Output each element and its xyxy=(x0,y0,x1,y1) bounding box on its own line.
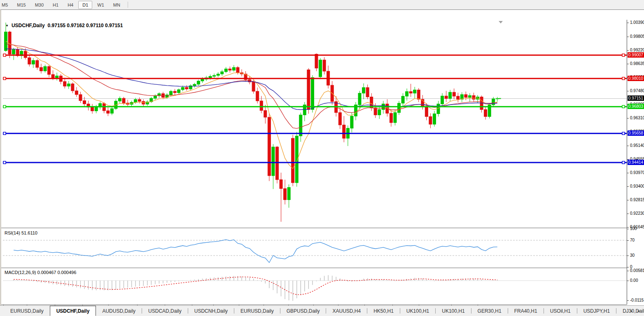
price-tick-label: 0.99220 xyxy=(630,48,644,52)
rsi-pane-canvas[interactable] xyxy=(3,229,627,267)
chart-window: ▼ USDCHF,Daily 0.97155 0.97162 0.97110 0… xyxy=(0,9,644,305)
hline-price-label: 0.94414 xyxy=(628,160,644,165)
price-tick-label: 0.96310 xyxy=(630,116,644,120)
axis-tick xyxy=(627,214,629,214)
toolbar-separator xyxy=(128,2,128,8)
axis-tick xyxy=(627,200,629,200)
price-tick-label: 0.92230 xyxy=(630,211,644,216)
macd-label: MACD(12,26,9) 0.000467 0.000496 xyxy=(5,270,76,275)
axis-tick xyxy=(627,91,629,91)
tab-uk100-h1[interactable]: UK100,H1 xyxy=(436,306,471,316)
rsi-line xyxy=(14,239,497,263)
tab-hk50-h1[interactable]: HK50,H1 xyxy=(367,306,400,316)
macd-signal-line xyxy=(14,277,497,295)
current-price-label: 0.97151 xyxy=(628,95,644,101)
price-tick-label: 0.92815 xyxy=(630,198,644,202)
axis-tick xyxy=(627,118,629,118)
timeframe-button-m30[interactable]: M30 xyxy=(31,1,48,9)
timeframe-button-d1[interactable]: D1 xyxy=(78,1,92,9)
price-tick-label: 0.93400 xyxy=(630,184,644,188)
axis-tick xyxy=(627,256,629,256)
macd-tick-label: -0.011514 xyxy=(630,298,644,302)
timeframe-button-mn[interactable]: MN xyxy=(109,1,124,9)
macd-tick-label: 0.00 xyxy=(630,278,638,283)
price-tick-label: 0.93970 xyxy=(630,170,644,175)
tab-eurusd-daily[interactable]: EURUSD,Daily xyxy=(234,306,280,316)
chart-tabs: EURUSD,DailyUSDCHF,DailyAUDUSD,DailyUSDC… xyxy=(4,306,644,316)
axis-tick xyxy=(627,300,629,301)
timeframe-button-m15[interactable]: M15 xyxy=(13,1,30,9)
timeframe-toolbar: M5M15M30H1H4D1W1MN xyxy=(0,0,644,9)
chart-tab-bar: EURUSD,DailyUSDCHF,DailyAUDUSD,DailyUSDC… xyxy=(0,305,644,316)
tab-usdchf-daily[interactable]: USDCHF,Daily xyxy=(50,306,96,316)
tab-gbpusd-daily[interactable]: GBPUSD,Daily xyxy=(280,306,326,316)
axis-tick xyxy=(627,50,629,51)
price-tick-label: 1.00390 xyxy=(630,20,644,25)
price-tick-label: 0.97480 xyxy=(630,88,644,93)
axis-tick xyxy=(627,64,629,64)
collapse-chart-icon[interactable]: ▼ xyxy=(5,24,9,28)
macd-tick-label: 0.005818 xyxy=(630,268,644,273)
axis-tick xyxy=(627,240,629,241)
rsi-tick-label: 30 xyxy=(630,253,635,258)
tab-usdcnh-daily[interactable]: USDCNH,Daily xyxy=(188,306,234,316)
ohlc-values: 0.97155 0.97162 0.97110 0.97151 xyxy=(48,23,123,28)
axis-tick xyxy=(627,23,629,23)
hline-price-label: 0.95658 xyxy=(628,130,644,136)
axis-tick xyxy=(627,267,629,267)
axis-tick xyxy=(627,281,629,281)
price-axis[interactable]: 1.003900.998050.992200.986350.980500.974… xyxy=(627,20,644,304)
tab-ger30-h1[interactable]: GER30,H1 xyxy=(471,306,508,316)
tab-audusd-daily[interactable]: AUDUSD,Daily xyxy=(96,306,142,316)
axis-tick xyxy=(627,37,629,37)
tab-fra40-h1[interactable]: FRA40,H1 xyxy=(508,306,544,316)
tab-usoil-h1[interactable]: USOil,H1 xyxy=(544,306,577,316)
timeframe-buttons: M5M15M30H1H4D1W1MN xyxy=(0,1,131,9)
price-tick-label: 0.99805 xyxy=(630,34,644,39)
tab-scroll-buttons: ◄ ► xyxy=(629,306,641,316)
rsi-tick-label: 70 xyxy=(630,238,635,242)
rsi-tick-label: 100 xyxy=(630,226,637,231)
tab-usdcad-daily[interactable]: USDCAD,Daily xyxy=(142,306,188,316)
tab-uk100-h1[interactable]: UK100,H1 xyxy=(400,306,435,316)
axis-tick xyxy=(627,186,629,187)
hline-price-label: 0.98010 xyxy=(628,76,644,81)
axis-tick xyxy=(627,227,629,228)
chart-shift-marker[interactable] xyxy=(499,21,503,23)
timeframe-button-m5[interactable]: M5 xyxy=(0,1,12,9)
axis-tick xyxy=(627,146,629,146)
axis-tick xyxy=(627,173,629,173)
tab-usdjpy-h1[interactable]: USDJPY,H1 xyxy=(577,306,616,316)
rsi-label: RSI(14) 51.6110 xyxy=(5,230,37,235)
tab-eurusd-daily[interactable]: EURUSD,Daily xyxy=(4,306,50,316)
macd-pane-canvas[interactable] xyxy=(3,269,627,304)
hline-price-label: 0.99007 xyxy=(628,52,644,58)
trading-terminal: M5M15M30H1H4D1W1MN ▼ USDCHF,Daily 0.9715… xyxy=(0,0,644,316)
tab-xauusd-h4[interactable]: XAUUSD,H4 xyxy=(326,306,367,316)
tab-scroll-right-icon[interactable]: ► xyxy=(637,309,641,313)
symbol-period-label: USDCHF,Daily xyxy=(12,23,45,28)
hline-price-label: 0.96803 xyxy=(628,104,644,109)
price-tick-label: 0.98635 xyxy=(630,61,644,66)
chart-title: ▼ USDCHF,Daily 0.97155 0.97162 0.97110 0… xyxy=(5,23,123,28)
price-tick-label: 0.95140 xyxy=(630,143,644,148)
timeframe-button-h1[interactable]: H1 xyxy=(49,1,63,9)
tab-scroll-left-icon[interactable]: ◄ xyxy=(629,309,633,313)
axis-tick xyxy=(627,271,629,271)
timeframe-button-h4[interactable]: H4 xyxy=(63,1,77,9)
axis-tick xyxy=(627,229,629,229)
timeframe-button-w1[interactable]: W1 xyxy=(93,1,108,9)
main-chart-canvas[interactable] xyxy=(3,20,627,228)
